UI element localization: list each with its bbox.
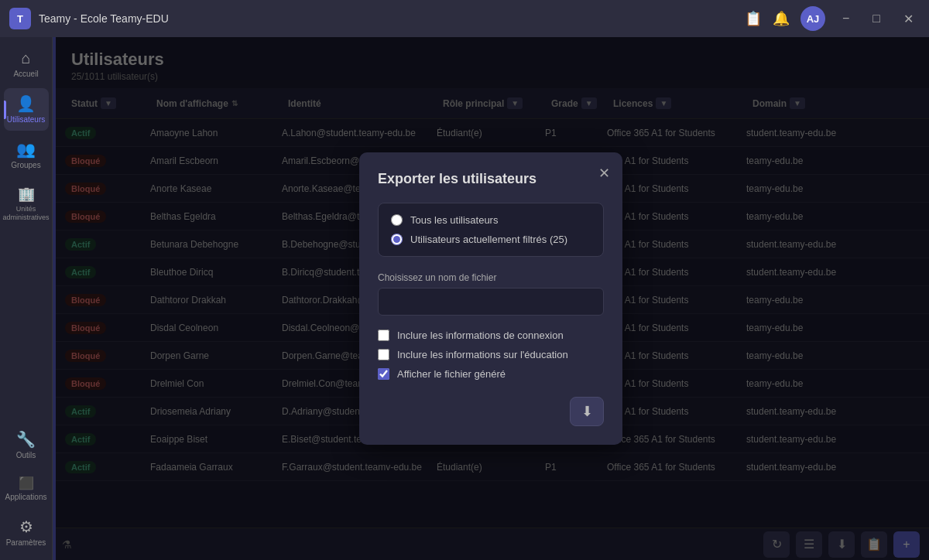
check-connexion-label: Inclure les informations de connexion bbox=[397, 330, 564, 341]
main-layout: ⌂ Accueil 👤 Utilisateurs 👥 Groupes 🏢 Uni… bbox=[0, 37, 929, 560]
groups-icon: 👥 bbox=[16, 140, 36, 159]
radio-all-users[interactable]: Tous les utilisateurs bbox=[391, 214, 591, 226]
user-avatar[interactable]: AJ bbox=[800, 6, 825, 31]
sidebar-item-applications[interactable]: ⬛ Applications bbox=[4, 470, 49, 508]
sidebar-item-utilisateurs[interactable]: 👤 Utilisateurs bbox=[4, 88, 49, 131]
modal-close-button[interactable]: ✕ bbox=[598, 165, 610, 182]
export-download-button[interactable]: ⬇ bbox=[570, 397, 604, 426]
sidebar-label-parametres: Paramètres bbox=[6, 538, 46, 548]
building-icon: 🏢 bbox=[18, 186, 35, 203]
apps-icon: ⬛ bbox=[19, 476, 34, 490]
radio-filtered-users-label: Utilisateurs actuellement filtrés (25) bbox=[410, 234, 567, 245]
sidebar-item-outils[interactable]: 🔧 Outils bbox=[4, 424, 49, 466]
check-education[interactable]: Inclure les informations sur l'éducation bbox=[378, 349, 604, 360]
bell-icon[interactable]: 🔔 bbox=[773, 10, 790, 27]
check-connexion-input[interactable] bbox=[378, 330, 389, 341]
close-button[interactable]: ✕ bbox=[897, 9, 920, 29]
filename-input[interactable] bbox=[378, 288, 604, 316]
radio-filtered-users-input[interactable] bbox=[391, 234, 403, 245]
export-scope-group: Tous les utilisateurs Utilisateurs actue… bbox=[378, 203, 604, 257]
minimize-button[interactable]: − bbox=[836, 9, 855, 29]
radio-all-users-input[interactable] bbox=[391, 214, 403, 226]
sidebar-label-unites: Unitésadministratives bbox=[2, 205, 49, 222]
check-afficher[interactable]: Afficher le fichier généré bbox=[378, 368, 604, 380]
radio-filtered-users[interactable]: Utilisateurs actuellement filtrés (25) bbox=[391, 234, 591, 245]
sidebar-label-accueil: Accueil bbox=[13, 70, 38, 79]
main-content: Utilisateurs 25/1011 utilisateur(s) Stat… bbox=[53, 37, 929, 560]
maximize-button[interactable]: □ bbox=[866, 9, 886, 29]
sidebar-item-accueil[interactable]: ⌂ Accueil bbox=[4, 43, 49, 85]
sidebar-label-groupes: Groupes bbox=[11, 161, 40, 170]
home-icon: ⌂ bbox=[21, 50, 30, 67]
app-title: Teamy - Ecole Teamy-EDU bbox=[39, 12, 169, 25]
modal-actions: ⬇ bbox=[378, 397, 604, 426]
modal-title: Exporter les utilisateurs bbox=[378, 171, 604, 187]
modal-overlay: Exporter les utilisateurs ✕ Tous les uti… bbox=[53, 37, 929, 560]
sidebar-label-outils: Outils bbox=[16, 451, 36, 460]
check-education-input[interactable] bbox=[378, 349, 389, 360]
sidebar-label-utilisateurs: Utilisateurs bbox=[7, 115, 45, 125]
filename-label: Choisissez un nom de fichier bbox=[378, 272, 604, 283]
filename-field: Choisissez un nom de fichier bbox=[378, 272, 604, 316]
sidebar-item-unites[interactable]: 🏢 Unitésadministratives bbox=[4, 179, 49, 228]
sidebar-item-parametres[interactable]: ⚙ Paramètres bbox=[4, 511, 49, 554]
radio-all-users-label: Tous les utilisateurs bbox=[410, 214, 498, 226]
check-connexion[interactable]: Inclure les informations de connexion bbox=[378, 330, 604, 341]
sidebar-label-applications: Applications bbox=[5, 493, 47, 502]
check-afficher-label: Afficher le fichier généré bbox=[397, 368, 506, 380]
active-indicator bbox=[4, 101, 6, 119]
title-bar-left: T Teamy - Ecole Teamy-EDU bbox=[9, 8, 169, 29]
export-options: Inclure les informations de connexion In… bbox=[378, 330, 604, 380]
sidebar: ⌂ Accueil 👤 Utilisateurs 👥 Groupes 🏢 Uni… bbox=[0, 37, 53, 560]
tools-icon: 🔧 bbox=[16, 430, 36, 449]
check-education-label: Inclure les informations sur l'éducation bbox=[397, 349, 568, 360]
app-logo: T bbox=[9, 8, 31, 29]
export-modal: Exporter les utilisateurs ✕ Tous les uti… bbox=[359, 152, 622, 445]
title-bar-right: 📋 🔔 AJ − □ ✕ bbox=[745, 6, 920, 31]
user-icon: 👤 bbox=[16, 94, 36, 113]
title-bar: T Teamy - Ecole Teamy-EDU 📋 🔔 AJ − □ ✕ bbox=[0, 0, 929, 37]
check-afficher-input[interactable] bbox=[378, 368, 389, 380]
clipboard-icon[interactable]: 📋 bbox=[745, 10, 762, 27]
gear-icon: ⚙ bbox=[19, 517, 33, 536]
sidebar-item-groupes[interactable]: 👥 Groupes bbox=[4, 134, 49, 176]
